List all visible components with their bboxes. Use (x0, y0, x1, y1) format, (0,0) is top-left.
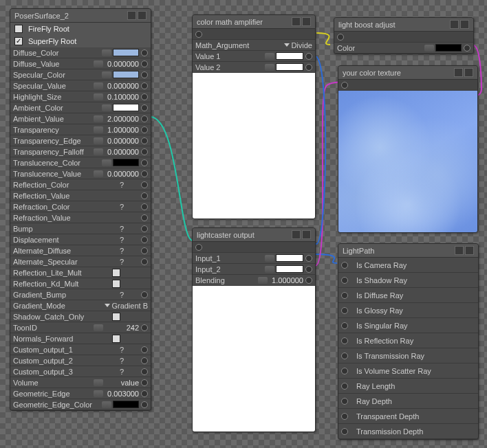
output-socket-icon[interactable] (341, 352, 348, 359)
output-row[interactable]: Is Transmission Ray (338, 348, 478, 363)
color-swatch[interactable] (113, 49, 139, 56)
output-row[interactable]: Ray Length (338, 379, 478, 394)
param-value[interactable]: 242 (105, 324, 139, 332)
output-row[interactable]: Is Reflection Ray (338, 333, 478, 348)
input-socket-icon[interactable] (141, 390, 148, 397)
node-title-bar[interactable]: your color texture (338, 66, 477, 80)
collapse-icon[interactable] (460, 20, 469, 29)
output-socket-icon[interactable] (341, 322, 348, 329)
input-socket-icon[interactable] (141, 324, 148, 331)
param-row[interactable]: Diffuse_Value0.000000 (10, 58, 151, 69)
param-row[interactable]: Geometric_Edge_Color (10, 399, 151, 410)
output-socket-icon[interactable] (337, 34, 344, 41)
input-socket-icon[interactable] (141, 291, 148, 298)
param-value[interactable]: 0.003000 (105, 390, 139, 398)
input-socket-icon[interactable] (141, 203, 148, 210)
input-socket-icon[interactable] (141, 346, 148, 353)
param-value[interactable]: 0.000000 (105, 82, 139, 90)
input-socket-icon[interactable] (141, 225, 148, 232)
checkbox[interactable] (112, 335, 120, 343)
color-row[interactable]: Color (334, 43, 473, 54)
value-input[interactable] (276, 265, 303, 273)
key-icon[interactable] (94, 82, 103, 89)
output-row[interactable]: Is Shadow Ray (338, 273, 478, 288)
input-socket-icon[interactable] (141, 115, 148, 122)
menu-icon[interactable] (450, 20, 459, 29)
menu-icon[interactable] (454, 68, 463, 77)
checkbox[interactable] (112, 269, 120, 277)
output-socket-icon[interactable] (341, 368, 348, 374)
value-input[interactable] (276, 254, 303, 262)
dropdown-value[interactable]: Divide (291, 41, 312, 49)
input-socket-icon[interactable] (141, 170, 148, 177)
value-input[interactable] (276, 52, 303, 60)
param-row[interactable]: Transparency1.000000 (10, 124, 151, 135)
input-socket-icon[interactable] (141, 214, 148, 221)
output-row[interactable]: Is Diffuse Ray (338, 288, 478, 303)
param-value[interactable]: 0.000000 (105, 60, 139, 68)
param-value[interactable]: 2.000000 (105, 115, 139, 123)
key-icon[interactable] (94, 60, 103, 67)
menu-icon[interactable] (455, 246, 464, 255)
input-socket-icon[interactable] (141, 159, 148, 166)
key-icon[interactable] (424, 45, 434, 52)
input-socket-icon[interactable] (141, 104, 148, 111)
key-icon[interactable] (102, 401, 111, 408)
menu-icon[interactable] (292, 17, 301, 26)
param-row[interactable]: Translucence_Value0.000000 (10, 168, 151, 179)
param-row[interactable]: Shadow_Catch_Only (10, 311, 151, 322)
param-row[interactable]: Bump? (10, 223, 151, 234)
node-title-bar[interactable]: PoserSurface_2 (10, 9, 151, 23)
key-icon[interactable] (94, 126, 103, 133)
param-row[interactable]: Specular_Color (10, 69, 151, 80)
input-socket-icon[interactable] (141, 126, 148, 133)
param-row[interactable]: Reflection_Color? (10, 179, 151, 190)
param-row[interactable]: Gradient_ModeGradient B (10, 300, 151, 311)
collapse-icon[interactable] (138, 11, 147, 20)
output-row[interactable]: Is Singular Ray (338, 318, 478, 333)
collapse-icon[interactable] (302, 17, 311, 26)
dropdown-value[interactable]: Gradient B (111, 302, 148, 310)
node-title-bar[interactable]: light boost adjust (334, 18, 473, 32)
param-row[interactable]: Transparency_Edge0.000000 (10, 135, 151, 146)
output-socket-icon[interactable] (341, 82, 348, 89)
param-row[interactable]: Reflection_Lite_Mult (10, 267, 151, 278)
menu-icon[interactable] (292, 230, 301, 239)
key-icon[interactable] (102, 71, 111, 78)
color-texture-node[interactable]: your color texture (338, 65, 478, 233)
firefly-root-row[interactable]: FireFly Root (10, 23, 151, 35)
param-value[interactable]: 1.000000 (105, 126, 139, 134)
param-value[interactable]: 0.100000 (105, 93, 139, 101)
input1-row[interactable]: Input_1 (193, 253, 315, 264)
output-socket-icon[interactable] (341, 307, 348, 314)
value1-row[interactable]: Value 1 (193, 51, 315, 62)
input-socket-icon[interactable] (141, 148, 148, 155)
output-socket-icon[interactable] (195, 244, 202, 251)
param-row[interactable]: Alternate_Diffuse? (10, 245, 151, 256)
checkbox[interactable] (112, 313, 120, 321)
param-row[interactable]: Refraction_Color? (10, 201, 151, 212)
poser-surface-node[interactable]: PoserSurface_2 FireFly Root ✓ SuperFly R… (10, 8, 151, 411)
key-icon[interactable] (265, 266, 274, 273)
superfly-root-row[interactable]: ✓ SuperFly Root (10, 35, 151, 47)
lightcaster-node[interactable]: lightcaster output Input_1 Input_2 Blend… (192, 227, 316, 432)
math-argument-row[interactable]: Math_Argument Divide (193, 40, 315, 51)
input-socket-icon[interactable] (464, 45, 470, 52)
node-title-bar[interactable]: LightPath (338, 244, 478, 258)
node-title-bar[interactable]: lightcaster output (193, 228, 315, 242)
param-row[interactable]: Transparency_Falloff0.000000 (10, 146, 151, 157)
param-row[interactable]: Custom_output_3? (10, 366, 151, 377)
input-socket-icon[interactable] (141, 181, 148, 188)
output-row[interactable]: Is Glossy Ray (338, 303, 478, 318)
blending-row[interactable]: Blending 1.000000 (193, 275, 315, 286)
key-icon[interactable] (102, 49, 111, 56)
input-socket-icon[interactable] (305, 53, 312, 60)
node-title-bar[interactable]: color math amplifier (193, 15, 315, 29)
input-socket-icon[interactable] (305, 64, 312, 71)
output-row[interactable]: Transparent Depth (338, 409, 478, 424)
output-row[interactable]: Is Volume Scatter Ray (338, 363, 478, 379)
output-socket-icon[interactable] (341, 383, 348, 390)
param-row[interactable]: Custom_output_1? (10, 344, 151, 355)
key-icon[interactable] (94, 148, 103, 155)
collapse-icon[interactable] (464, 68, 473, 77)
